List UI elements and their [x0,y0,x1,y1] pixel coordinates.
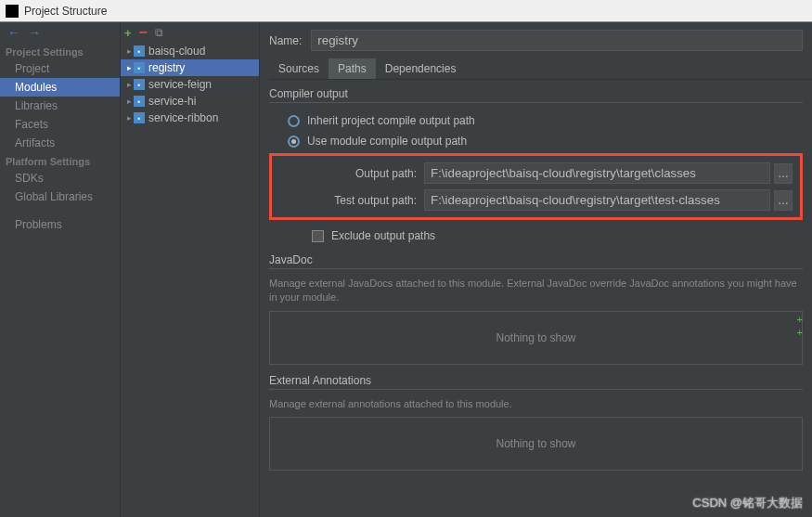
module-icon: ▪ [134,45,145,57]
tree-item-baisq-cloud[interactable]: ▸ ▪ baisq-cloud [121,43,259,59]
use-module-label: Use module compile output path [307,135,467,148]
chevron-right-icon: ▸ [124,80,134,89]
test-output-path-label: Test output path: [315,194,417,207]
back-arrow-icon[interactable]: ← [7,25,20,40]
javadoc-title: JavaDoc [269,253,803,269]
sidebar-toolbar: ← → [0,22,120,43]
content-tabs: Sources Paths Dependencies [269,58,812,80]
empty-text: Nothing to show [496,437,575,450]
tab-sources[interactable]: Sources [269,58,329,79]
remove-icon[interactable]: − [139,24,148,41]
add-icon[interactable]: + [124,26,132,40]
javadoc-desc: Manage external JavaDocs attached to thi… [269,277,803,305]
exclude-checkbox-row[interactable]: Exclude output paths [269,226,812,246]
add-icon[interactable]: + [797,314,803,325]
sidebar-heading-platform: Platform Settings [0,152,120,169]
javadoc-list: Nothing to show ++ [269,311,803,365]
sidebar-item-artifacts[interactable]: Artifacts [0,134,120,152]
annotations-list: Nothing to show [269,417,803,471]
chevron-right-icon: ▸ [124,113,134,123]
module-icon: ▪ [134,79,145,90]
radio-icon[interactable] [288,115,300,127]
name-label: Name: [269,34,302,47]
annotations-title: External Annotations [269,374,803,390]
tree-item-registry[interactable]: ▸ ▪ registry [121,59,259,76]
exclude-label: Exclude output paths [331,229,435,242]
empty-text: Nothing to show [496,331,575,344]
highlighted-paths: Output path: … Test output path: … [269,153,803,220]
tree-item-service-ribbon[interactable]: ▸ ▪ service-ribbon [121,110,259,126]
window-title: Project Structure [24,5,107,18]
inherit-radio-row[interactable]: Inherit project compile output path [269,110,812,131]
compiler-output-title: Compiler output [269,87,803,103]
inherit-label: Inherit project compile output path [307,114,475,127]
name-input[interactable] [311,30,803,51]
sidebar-heading-project: Project Settings [0,43,120,59]
output-path-label: Output path: [315,167,417,180]
chevron-right-icon: ▸ [124,97,134,106]
module-icon: ▪ [134,96,145,107]
radio-icon[interactable] [288,136,300,148]
sidebar-item-libraries[interactable]: Libraries [0,97,120,115]
browse-button[interactable]: … [774,163,793,184]
tab-dependencies[interactable]: Dependencies [376,58,466,79]
tree-item-service-hi[interactable]: ▸ ▪ service-hi [121,93,259,110]
sidebar-item-problems[interactable]: Problems [0,215,120,234]
sidebar-item-modules[interactable]: Modules [0,78,120,97]
chevron-right-icon: ▸ [124,46,134,56]
use-module-radio-row[interactable]: Use module compile output path [269,131,812,151]
add-icon[interactable]: + [797,327,803,338]
checkbox-icon[interactable] [312,230,324,242]
settings-sidebar: ← → Project Settings Project Modules Lib… [0,22,121,517]
sidebar-item-facets[interactable]: Facets [0,115,120,134]
chevron-right-icon: ▸ [124,63,134,72]
output-path-input[interactable] [424,162,770,184]
sidebar-item-global-libraries[interactable]: Global Libraries [0,187,120,206]
watermark: CSDN @铭哥大数据 [692,495,803,511]
sidebar-item-sdks[interactable]: SDKs [0,169,120,187]
module-icon: ▪ [134,112,145,123]
test-output-path-input[interactable] [424,189,770,211]
titlebar: Project Structure [0,0,812,22]
annotations-desc: Manage external annotations attached to … [269,397,803,411]
module-tree: + − ⧉ ▸ ▪ baisq-cloud ▸ ▪ registry ▸ ▪ s… [121,22,260,517]
app-icon [6,5,19,18]
browse-button[interactable]: … [774,190,793,211]
tree-item-service-feign[interactable]: ▸ ▪ service-feign [121,76,259,93]
tab-paths[interactable]: Paths [329,58,376,79]
tree-toolbar: + − ⧉ [121,22,259,43]
module-content: Name: Sources Paths Dependencies Compile… [260,22,812,517]
module-icon: ▪ [134,62,145,73]
sidebar-item-project[interactable]: Project [0,59,120,78]
forward-arrow-icon[interactable]: → [28,25,41,40]
copy-icon[interactable]: ⧉ [155,26,163,39]
